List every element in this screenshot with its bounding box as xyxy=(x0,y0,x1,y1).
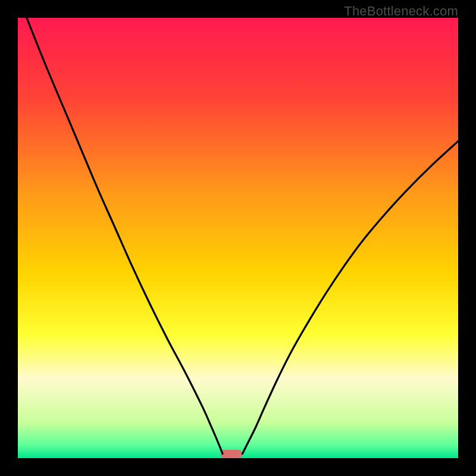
bottleneck-chart xyxy=(18,18,458,458)
watermark-text: TheBottleneck.com xyxy=(344,4,458,19)
chart-frame: TheBottleneck.com xyxy=(0,0,476,476)
optimal-marker xyxy=(220,450,242,458)
gradient-background xyxy=(18,18,458,458)
plot-area xyxy=(18,18,458,458)
